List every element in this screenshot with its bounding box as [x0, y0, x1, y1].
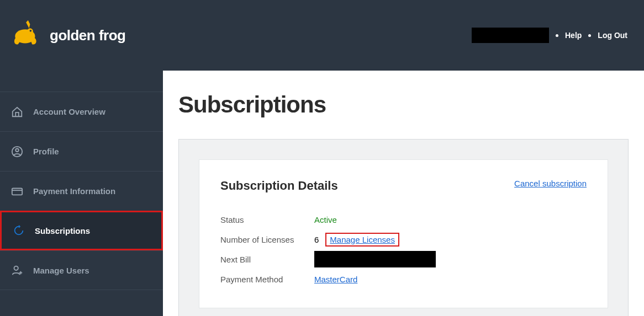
svg-point-2	[30, 30, 32, 32]
sidebar-item-label: Payment Information	[33, 186, 115, 196]
sidebar-item-subscriptions[interactable]: Subscriptions	[0, 211, 163, 250]
header-user-area: Help Log Out	[472, 28, 627, 43]
payment-row: Payment Method MasterCard	[220, 269, 587, 289]
separator-dot-icon	[556, 34, 558, 37]
main-content: Subscriptions Subscription Details Cance…	[163, 71, 644, 316]
nextbill-label: Next Bill	[220, 255, 314, 264]
logout-link[interactable]: Log Out	[598, 31, 627, 40]
panel-title: Subscription Details	[220, 179, 338, 193]
status-value: Active	[314, 215, 337, 224]
frog-icon	[11, 19, 43, 51]
user-redacted	[472, 28, 549, 43]
sidebar-item-payment-information[interactable]: Payment Information	[0, 171, 163, 211]
home-icon	[11, 106, 23, 118]
manage-licenses-link[interactable]: Manage Licenses	[330, 235, 395, 244]
app-header: golden frog Help Log Out	[0, 0, 644, 71]
cancel-subscription-link[interactable]: Cancel subscription	[514, 179, 587, 188]
separator-dot-icon	[588, 34, 591, 37]
sidebar-item-manage-users[interactable]: Manage Users	[0, 250, 163, 290]
licenses-row: Number of Licenses 6 Manage Licenses	[220, 229, 587, 249]
profile-icon	[11, 146, 23, 158]
sidebar-item-profile[interactable]: Profile	[0, 131, 163, 171]
sidebar-item-label: Profile	[33, 147, 59, 156]
svg-point-4	[15, 148, 19, 152]
brand-logo: golden frog	[11, 19, 125, 51]
page-title: Subscriptions	[178, 92, 629, 118]
status-row: Status Active	[220, 210, 587, 229]
svg-rect-5	[12, 188, 22, 195]
subscription-card: Subscription Details Cancel subscription…	[199, 159, 608, 308]
refresh-icon	[13, 224, 25, 237]
nextbill-redacted	[314, 251, 436, 267]
sidebar-item-account-overview[interactable]: Account Overview	[0, 92, 163, 131]
credit-card-icon	[11, 185, 23, 197]
nextbill-row: Next Bill	[220, 249, 587, 269]
sidebar-item-label: Subscriptions	[35, 226, 90, 235]
svg-point-7	[14, 266, 18, 270]
payment-method-link[interactable]: MasterCard	[314, 275, 357, 284]
help-link[interactable]: Help	[565, 31, 582, 40]
sidebar-item-label: Account Overview	[33, 107, 105, 116]
sidebar-item-label: Manage Users	[33, 266, 89, 275]
brand-name: golden frog	[50, 27, 125, 44]
status-label: Status	[220, 215, 314, 224]
payment-label: Payment Method	[220, 275, 314, 284]
licenses-value: 6	[314, 235, 319, 244]
licenses-label: Number of Licenses	[220, 235, 314, 244]
subscription-panel: Subscription Details Cancel subscription…	[178, 139, 629, 316]
sidebar: Account Overview Profile Payment Informa…	[0, 71, 163, 316]
user-plus-icon	[11, 264, 23, 276]
